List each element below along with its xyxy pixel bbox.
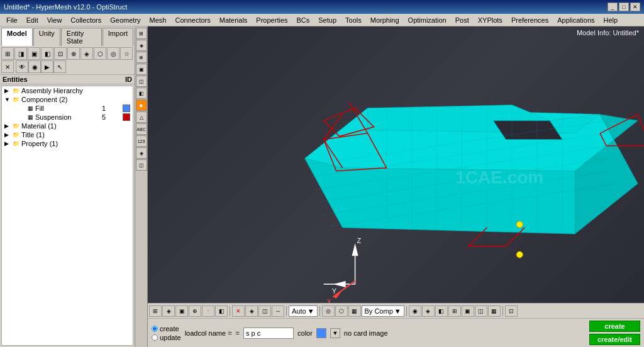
side-icon-8[interactable]: △ <box>136 111 147 123</box>
vp-icon-10[interactable]: ⬡ <box>335 305 348 317</box>
toolbar-icon-6[interactable]: ⊕ <box>67 47 80 60</box>
toolbar-icon-4[interactable]: ◧ <box>41 47 53 60</box>
spc-input[interactable] <box>243 327 294 339</box>
menu-collectors[interactable]: Collectors <box>67 16 105 25</box>
toolbar-icon-arrow[interactable]: ▶ <box>41 60 53 73</box>
menu-tools[interactable]: Tools <box>341 16 365 25</box>
by-comp-dropdown[interactable]: By Comp ▼ <box>362 305 404 317</box>
side-icon-10[interactable]: 123 <box>136 135 147 147</box>
side-icon-1[interactable]: ⊞ <box>136 28 147 39</box>
radio-update[interactable]: update <box>152 334 181 341</box>
vp-icon-17[interactable]: ◫ <box>475 305 487 317</box>
tree-title[interactable]: ▶ 📁 Title (1) <box>2 130 133 139</box>
side-icon-5[interactable]: ◫ <box>136 76 147 87</box>
menu-geometry[interactable]: Geometry <box>106 16 144 25</box>
side-icon-3[interactable]: ⊕ <box>136 52 147 63</box>
tree-fill[interactable]: ▦ Fill 1 <box>2 104 133 113</box>
menu-bcs[interactable]: BCs <box>293 16 314 25</box>
vp-icon-5[interactable]: ◧ <box>215 305 228 317</box>
tree-suspension[interactable]: ▦ Suspension 5 <box>2 113 133 122</box>
radio-create[interactable]: create <box>152 325 181 333</box>
menu-xyplots[interactable]: XYPlots <box>474 16 506 25</box>
loadcol-label: loadcol name = <box>185 329 232 337</box>
toolbar-icon-cursor[interactable]: ↖ <box>53 60 66 73</box>
toolbar-icon-9[interactable]: ◎ <box>107 47 119 60</box>
menu-morphing[interactable]: Morphing <box>367 16 403 25</box>
vp-icon-9[interactable]: ◎ <box>322 305 335 317</box>
tab-model[interactable]: Model <box>1 28 33 46</box>
side-icon-4[interactable]: ▣ <box>136 64 147 75</box>
tree-component[interactable]: ▼ 📁 Component (2) <box>2 95 133 104</box>
viewport-container: Model Info: Untitled* <box>148 26 644 347</box>
menu-materials[interactable]: Materials <box>216 16 252 25</box>
vp-icon-delete[interactable]: ✕ <box>232 305 245 317</box>
toolbar-icon-8[interactable]: ⬡ <box>94 47 106 60</box>
vp-icon-13[interactable]: ◈ <box>422 305 435 317</box>
tab-entity-state[interactable]: Entity State <box>61 28 102 46</box>
minimize-button[interactable]: _ <box>608 3 618 11</box>
x-label: X <box>327 298 332 303</box>
toolbar-icon-eye[interactable]: 👁 <box>16 60 28 73</box>
menu-applications[interactable]: Applications <box>553 16 598 25</box>
menu-optimization[interactable]: Optimization <box>404 16 450 25</box>
toolbar-icon-5[interactable]: ⊡ <box>54 47 67 60</box>
radio-create-input[interactable] <box>152 326 158 332</box>
close-button[interactable]: ✕ <box>630 3 640 11</box>
vp-icon-2[interactable]: ◈ <box>162 305 175 317</box>
vp-icon-15[interactable]: ⊞ <box>448 305 461 317</box>
suspension-color-swatch <box>123 113 130 121</box>
tab-import[interactable]: Import <box>103 28 133 46</box>
side-icon-6[interactable]: ◧ <box>136 88 147 99</box>
tree-material[interactable]: ▶ 📁 Material (1) <box>2 122 133 130</box>
vp-icon-7[interactable]: ◫ <box>258 305 271 317</box>
vp-icon-1[interactable]: ⊞ <box>149 305 162 317</box>
vp-icon-12[interactable]: ◉ <box>409 305 421 317</box>
side-icon-2[interactable]: ◈ <box>136 40 147 51</box>
color-swatch-bottom[interactable] <box>316 328 326 338</box>
icon-toolbar: ⊞ ◨ ▣ ◧ ⊡ ⊕ ◈ ⬡ ◎ ☆ ✕ 👁 ◉ ▶ ↖ <box>0 46 135 75</box>
titlebar-title: Untitled* - HyperMesh v12.0 - OptiStruct <box>4 3 127 11</box>
toolbar-icon-3[interactable]: ▣ <box>28 47 40 60</box>
maximize-button[interactable]: □ <box>619 3 629 11</box>
menu-setup[interactable]: Setup <box>314 16 340 25</box>
toolbar-icon-10[interactable]: ☆ <box>120 47 133 60</box>
vp-icon-11[interactable]: ▦ <box>348 305 361 317</box>
toolbar-icon-7[interactable]: ◈ <box>80 47 93 60</box>
toolbar-icon-close[interactable]: ✕ <box>1 60 14 73</box>
vp-icon-3[interactable]: ▣ <box>175 305 188 317</box>
vp-icon-8[interactable]: ↔ <box>272 305 284 317</box>
menu-help[interactable]: Help <box>600 16 622 25</box>
toolbar-icon-eye2[interactable]: ◉ <box>28 60 41 73</box>
tab-unity[interactable]: Unity <box>33 28 60 46</box>
viewport[interactable]: Model Info: Untitled* <box>148 26 644 303</box>
create-button[interactable]: create <box>589 321 640 332</box>
menu-preferences[interactable]: Preferences <box>508 16 552 25</box>
menu-edit[interactable]: Edit <box>23 16 42 25</box>
toolbar-icon-2[interactable]: ◨ <box>14 47 27 60</box>
side-icon-12[interactable]: ◫ <box>136 159 147 171</box>
menu-properties[interactable]: Properties <box>252 16 291 25</box>
vp-icon-arrow-up[interactable]: ↑ <box>202 305 214 317</box>
side-icon-11[interactable]: ◈ <box>136 147 147 159</box>
vp-icon-19[interactable]: ⊡ <box>505 305 518 317</box>
folder-icon-title: 📁 <box>13 132 19 138</box>
color-dropdown-btn[interactable]: ▼ <box>330 328 340 338</box>
menu-view[interactable]: View <box>43 16 66 25</box>
vp-icon-18[interactable]: ▦ <box>488 305 501 317</box>
auto-dropdown[interactable]: Auto ▼ <box>289 305 318 317</box>
tree-assembly[interactable]: ▶ 📁 Assembly Hierarchy <box>2 86 133 95</box>
menu-mesh[interactable]: Mesh <box>146 16 170 25</box>
radio-update-input[interactable] <box>152 334 158 341</box>
vp-icon-14[interactable]: ◧ <box>435 305 448 317</box>
vp-icon-16[interactable]: ▣ <box>462 305 474 317</box>
side-icon-7-active[interactable]: ■ <box>136 100 147 111</box>
menu-connectors[interactable]: Connectors <box>171 16 214 25</box>
side-icon-9[interactable]: ABC <box>136 123 147 135</box>
vp-icon-4[interactable]: ⊕ <box>189 305 201 317</box>
create-edit-button[interactable]: create/edit <box>589 334 640 345</box>
tree-property[interactable]: ▶ 📁 Property (1) <box>2 139 133 148</box>
vp-icon-6[interactable]: ◈ <box>245 305 258 317</box>
toolbar-icon-1[interactable]: ⊞ <box>1 47 14 60</box>
menu-file[interactable]: File <box>3 16 21 25</box>
menu-post[interactable]: Post <box>452 16 473 25</box>
